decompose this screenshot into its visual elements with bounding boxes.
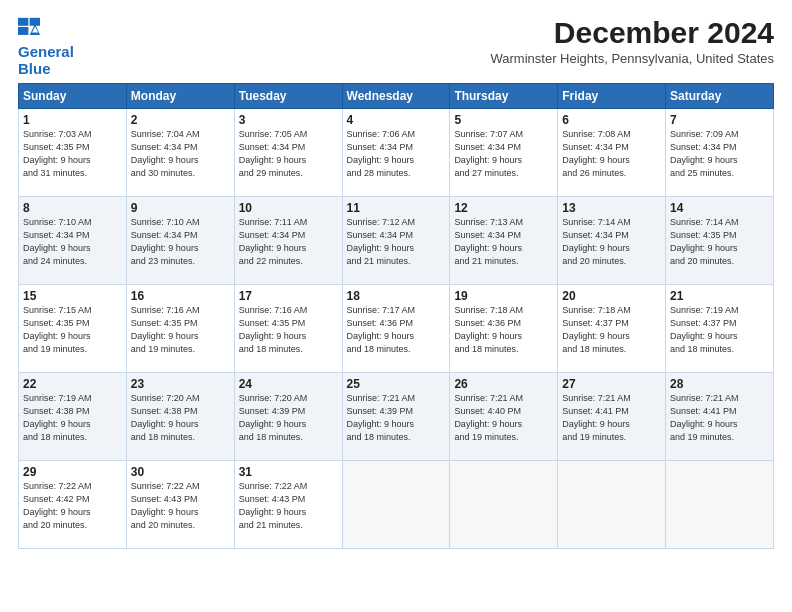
day-info: Sunrise: 7:05 AM Sunset: 4:34 PM Dayligh…	[239, 128, 338, 180]
day-number: 9	[131, 201, 230, 215]
weekday-header-tuesday: Tuesday	[234, 84, 342, 109]
day-number: 6	[562, 113, 661, 127]
logo-line2: Blue	[18, 60, 51, 77]
calendar-cell: 2 Sunrise: 7:04 AM Sunset: 4:34 PM Dayli…	[126, 109, 234, 197]
calendar-cell: 6 Sunrise: 7:08 AM Sunset: 4:34 PM Dayli…	[558, 109, 666, 197]
calendar-cell: 26 Sunrise: 7:21 AM Sunset: 4:40 PM Dayl…	[450, 373, 558, 461]
day-number: 13	[562, 201, 661, 215]
day-info: Sunrise: 7:12 AM Sunset: 4:34 PM Dayligh…	[347, 216, 446, 268]
calendar-cell: 24 Sunrise: 7:20 AM Sunset: 4:39 PM Dayl…	[234, 373, 342, 461]
svg-rect-0	[18, 18, 28, 26]
location-subtitle: Warminster Heights, Pennsylvania, United…	[491, 51, 774, 66]
day-info: Sunrise: 7:10 AM Sunset: 4:34 PM Dayligh…	[23, 216, 122, 268]
calendar-cell: 28 Sunrise: 7:21 AM Sunset: 4:41 PM Dayl…	[666, 373, 774, 461]
day-number: 25	[347, 377, 446, 391]
calendar-cell	[450, 461, 558, 549]
day-info: Sunrise: 7:06 AM Sunset: 4:34 PM Dayligh…	[347, 128, 446, 180]
day-info: Sunrise: 7:21 AM Sunset: 4:41 PM Dayligh…	[670, 392, 769, 444]
day-number: 19	[454, 289, 553, 303]
day-info: Sunrise: 7:22 AM Sunset: 4:43 PM Dayligh…	[131, 480, 230, 532]
month-title: December 2024	[491, 16, 774, 49]
logo-text: General Blue	[18, 44, 74, 77]
logo-line1: General	[18, 43, 74, 60]
title-block: December 2024 Warminster Heights, Pennsy…	[491, 16, 774, 66]
calendar-cell: 7 Sunrise: 7:09 AM Sunset: 4:34 PM Dayli…	[666, 109, 774, 197]
weekday-header-friday: Friday	[558, 84, 666, 109]
day-info: Sunrise: 7:22 AM Sunset: 4:43 PM Dayligh…	[239, 480, 338, 532]
calendar-cell: 20 Sunrise: 7:18 AM Sunset: 4:37 PM Dayl…	[558, 285, 666, 373]
weekday-header-monday: Monday	[126, 84, 234, 109]
calendar-cell: 4 Sunrise: 7:06 AM Sunset: 4:34 PM Dayli…	[342, 109, 450, 197]
day-info: Sunrise: 7:08 AM Sunset: 4:34 PM Dayligh…	[562, 128, 661, 180]
day-number: 24	[239, 377, 338, 391]
day-number: 22	[23, 377, 122, 391]
day-info: Sunrise: 7:13 AM Sunset: 4:34 PM Dayligh…	[454, 216, 553, 268]
day-info: Sunrise: 7:16 AM Sunset: 4:35 PM Dayligh…	[239, 304, 338, 356]
day-info: Sunrise: 7:21 AM Sunset: 4:39 PM Dayligh…	[347, 392, 446, 444]
day-info: Sunrise: 7:18 AM Sunset: 4:36 PM Dayligh…	[454, 304, 553, 356]
weekday-header-thursday: Thursday	[450, 84, 558, 109]
day-info: Sunrise: 7:04 AM Sunset: 4:34 PM Dayligh…	[131, 128, 230, 180]
calendar-cell: 8 Sunrise: 7:10 AM Sunset: 4:34 PM Dayli…	[19, 197, 127, 285]
day-number: 3	[239, 113, 338, 127]
day-number: 4	[347, 113, 446, 127]
day-number: 10	[239, 201, 338, 215]
day-info: Sunrise: 7:19 AM Sunset: 4:38 PM Dayligh…	[23, 392, 122, 444]
day-info: Sunrise: 7:21 AM Sunset: 4:41 PM Dayligh…	[562, 392, 661, 444]
day-info: Sunrise: 7:14 AM Sunset: 4:35 PM Dayligh…	[670, 216, 769, 268]
day-number: 23	[131, 377, 230, 391]
calendar-cell: 13 Sunrise: 7:14 AM Sunset: 4:34 PM Dayl…	[558, 197, 666, 285]
day-number: 26	[454, 377, 553, 391]
day-number: 28	[670, 377, 769, 391]
weekday-header-saturday: Saturday	[666, 84, 774, 109]
page: General Blue December 2024 Warminster He…	[0, 0, 792, 612]
logo: General Blue	[18, 16, 74, 77]
weekday-header-sunday: Sunday	[19, 84, 127, 109]
calendar-cell: 1 Sunrise: 7:03 AM Sunset: 4:35 PM Dayli…	[19, 109, 127, 197]
day-info: Sunrise: 7:11 AM Sunset: 4:34 PM Dayligh…	[239, 216, 338, 268]
day-info: Sunrise: 7:17 AM Sunset: 4:36 PM Dayligh…	[347, 304, 446, 356]
day-number: 30	[131, 465, 230, 479]
calendar-cell: 22 Sunrise: 7:19 AM Sunset: 4:38 PM Dayl…	[19, 373, 127, 461]
weekday-header-wednesday: Wednesday	[342, 84, 450, 109]
day-number: 2	[131, 113, 230, 127]
calendar-cell: 17 Sunrise: 7:16 AM Sunset: 4:35 PM Dayl…	[234, 285, 342, 373]
calendar-cell: 16 Sunrise: 7:16 AM Sunset: 4:35 PM Dayl…	[126, 285, 234, 373]
calendar-cell: 25 Sunrise: 7:21 AM Sunset: 4:39 PM Dayl…	[342, 373, 450, 461]
day-number: 15	[23, 289, 122, 303]
day-number: 12	[454, 201, 553, 215]
day-info: Sunrise: 7:19 AM Sunset: 4:37 PM Dayligh…	[670, 304, 769, 356]
calendar-cell: 27 Sunrise: 7:21 AM Sunset: 4:41 PM Dayl…	[558, 373, 666, 461]
calendar-cell: 23 Sunrise: 7:20 AM Sunset: 4:38 PM Dayl…	[126, 373, 234, 461]
day-info: Sunrise: 7:14 AM Sunset: 4:34 PM Dayligh…	[562, 216, 661, 268]
day-info: Sunrise: 7:21 AM Sunset: 4:40 PM Dayligh…	[454, 392, 553, 444]
calendar-cell: 29 Sunrise: 7:22 AM Sunset: 4:42 PM Dayl…	[19, 461, 127, 549]
calendar-cell: 21 Sunrise: 7:19 AM Sunset: 4:37 PM Dayl…	[666, 285, 774, 373]
day-number: 21	[670, 289, 769, 303]
calendar-cell: 3 Sunrise: 7:05 AM Sunset: 4:34 PM Dayli…	[234, 109, 342, 197]
day-number: 14	[670, 201, 769, 215]
day-info: Sunrise: 7:03 AM Sunset: 4:35 PM Dayligh…	[23, 128, 122, 180]
calendar-cell: 30 Sunrise: 7:22 AM Sunset: 4:43 PM Dayl…	[126, 461, 234, 549]
calendar-table: SundayMondayTuesdayWednesdayThursdayFrid…	[18, 83, 774, 549]
calendar-cell: 10 Sunrise: 7:11 AM Sunset: 4:34 PM Dayl…	[234, 197, 342, 285]
day-number: 16	[131, 289, 230, 303]
day-number: 5	[454, 113, 553, 127]
calendar-cell: 12 Sunrise: 7:13 AM Sunset: 4:34 PM Dayl…	[450, 197, 558, 285]
svg-rect-2	[18, 27, 28, 35]
calendar-cell	[342, 461, 450, 549]
day-info: Sunrise: 7:15 AM Sunset: 4:35 PM Dayligh…	[23, 304, 122, 356]
calendar-cell: 11 Sunrise: 7:12 AM Sunset: 4:34 PM Dayl…	[342, 197, 450, 285]
day-number: 18	[347, 289, 446, 303]
calendar-cell: 18 Sunrise: 7:17 AM Sunset: 4:36 PM Dayl…	[342, 285, 450, 373]
calendar-cell: 19 Sunrise: 7:18 AM Sunset: 4:36 PM Dayl…	[450, 285, 558, 373]
calendar-cell: 31 Sunrise: 7:22 AM Sunset: 4:43 PM Dayl…	[234, 461, 342, 549]
day-number: 17	[239, 289, 338, 303]
calendar-cell	[558, 461, 666, 549]
day-number: 11	[347, 201, 446, 215]
day-info: Sunrise: 7:20 AM Sunset: 4:38 PM Dayligh…	[131, 392, 230, 444]
day-number: 31	[239, 465, 338, 479]
calendar-cell: 14 Sunrise: 7:14 AM Sunset: 4:35 PM Dayl…	[666, 197, 774, 285]
day-info: Sunrise: 7:09 AM Sunset: 4:34 PM Dayligh…	[670, 128, 769, 180]
day-info: Sunrise: 7:10 AM Sunset: 4:34 PM Dayligh…	[131, 216, 230, 268]
